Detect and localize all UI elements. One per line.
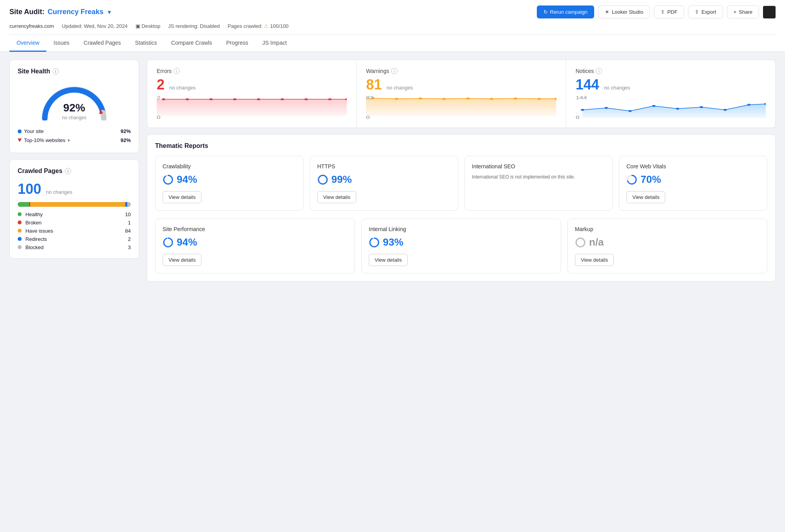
internal-linking-view-details-button[interactable]: View details — [369, 254, 408, 266]
crawlability-view-details-button[interactable]: View details — [163, 191, 201, 203]
header-title: Site Audit: Currency Freaks ▼ — [9, 8, 112, 16]
svg-point-16 — [371, 97, 375, 99]
notices-info-icon[interactable]: i — [596, 68, 602, 74]
tab-compare-crawls[interactable]: Compare Crawls — [164, 35, 219, 52]
share-button[interactable]: + Share — [727, 5, 759, 18]
rerun-campaign-button[interactable]: ↻ Rerun campaign — [537, 5, 594, 18]
errors-value: 2 — [157, 77, 165, 93]
svg-text:0: 0 — [576, 115, 580, 120]
crawled-sub: no changes — [46, 189, 72, 195]
gauge-container: 92% no changes — [18, 81, 131, 120]
svg-point-9 — [281, 98, 284, 100]
desktop-icon: ▣ — [135, 23, 140, 29]
tab-statistics[interactable]: Statistics — [128, 35, 164, 52]
svg-point-35 — [747, 104, 750, 106]
legend-broken: Broken 1 — [18, 220, 131, 226]
tab-progress[interactable]: Progress — [219, 35, 255, 52]
markup-na: n/a — [575, 236, 760, 248]
your-site-value: 92% — [121, 128, 131, 134]
crawlability-pct: 94% — [163, 173, 296, 186]
site-name-chevron-icon[interactable]: ▼ — [106, 9, 112, 15]
redirects-dot-icon — [18, 237, 22, 241]
crawl-warning-icon: ⚠ — [264, 23, 270, 29]
audit-label: Site Audit: — [9, 8, 44, 16]
cwv-ring-icon — [626, 174, 637, 185]
redirects-count: 2 — [128, 236, 131, 242]
crawlability-ring-icon — [163, 174, 174, 185]
rerun-label: Rerun campaign — [550, 9, 587, 15]
svg-point-23 — [538, 98, 541, 100]
left-column: Site Health i 92% — [9, 60, 139, 282]
warnings-mini-chart: 83 0 — [366, 96, 556, 120]
thematic-markup: Markup n/a View details — [567, 219, 767, 273]
errors-card: Errors i 2 no changes — [147, 60, 357, 128]
svg-marker-25 — [582, 104, 766, 118]
svg-point-32 — [676, 108, 679, 110]
header-top: Site Audit: Currency Freaks ▼ ↻ Rerun ca… — [9, 5, 776, 23]
svg-rect-1 — [157, 99, 347, 116]
warnings-card: Warnings i 81 no changes — [357, 60, 566, 128]
looker-studio-button[interactable]: ☀ Looker Studio — [598, 5, 650, 18]
export-label: Export — [701, 9, 716, 15]
svg-text:2: 2 — [157, 96, 161, 100]
gauge-sub: no changes — [62, 115, 86, 120]
intl-seo-desc: International SEO is not implemented on … — [472, 173, 606, 180]
blocked-dot-icon — [18, 245, 22, 249]
crawled-progress-bar — [18, 202, 131, 207]
https-pct: 99% — [317, 173, 451, 186]
internal-linking-pct: 93% — [369, 236, 554, 248]
tab-crawled-pages[interactable]: Crawled Pages — [77, 35, 128, 52]
site-perf-ring-icon — [163, 237, 174, 248]
looker-label: Looker Studio — [612, 9, 643, 15]
thematic-site-performance: Site Performance 94% View details — [155, 219, 355, 273]
crawled-pages-card: Crawled Pages i 100 no changes Healthy — [9, 159, 139, 259]
top10-chevron-icon[interactable]: ▼ — [67, 138, 71, 143]
js-rendering: JS rendering: Disabled — [168, 23, 220, 29]
gauge-wrapper: 92% no changes — [39, 81, 110, 120]
healthy-segment — [18, 202, 29, 207]
crawled-count-row: 100 no changes — [18, 181, 131, 197]
internal-linking-ring-icon — [369, 237, 380, 248]
svg-text:144: 144 — [576, 96, 587, 100]
site-perf-view-details-button[interactable]: View details — [163, 254, 201, 266]
export-button[interactable]: ⇧ Export — [688, 5, 723, 18]
svg-point-19 — [443, 98, 446, 100]
tab-js-impact[interactable]: JS Impact — [255, 35, 294, 52]
user-avatar[interactable] — [763, 6, 776, 18]
issues-count: 84 — [125, 228, 131, 234]
pdf-label: PDF — [667, 9, 677, 15]
domain: currencyfreaks.com — [9, 23, 54, 29]
pdf-button[interactable]: ⇧ PDF — [654, 5, 684, 18]
warnings-note: no changes — [386, 85, 413, 91]
site-name-link[interactable]: Currency Freaks — [48, 8, 103, 16]
tab-overview[interactable]: Overview — [9, 35, 46, 52]
cwv-view-details-button[interactable]: View details — [626, 191, 665, 203]
svg-text:0: 0 — [366, 115, 370, 120]
site-health-info-icon[interactable]: i — [53, 68, 59, 75]
svg-point-18 — [419, 98, 422, 100]
site-health-card: Site Health i 92% — [9, 60, 139, 153]
tab-issues[interactable]: Issues — [46, 35, 76, 52]
crawled-count: 100 — [18, 181, 41, 197]
svg-point-31 — [652, 105, 655, 107]
crawled-pages-info-icon[interactable]: i — [65, 168, 71, 174]
svg-point-28 — [581, 109, 584, 111]
errors-mini-chart: 2 0 — [157, 96, 347, 120]
https-view-details-button[interactable]: View details — [317, 191, 356, 203]
svg-point-38 — [164, 175, 172, 184]
warnings-info-icon[interactable]: i — [391, 68, 397, 74]
errors-info-icon[interactable]: i — [174, 68, 180, 74]
svg-point-44 — [164, 238, 172, 247]
svg-point-20 — [466, 98, 470, 100]
header-actions: ↻ Rerun campaign ☀ Looker Studio ⇧ PDF ⇧… — [537, 5, 776, 18]
healthy-dot-icon — [18, 212, 22, 216]
markup-view-details-button[interactable]: View details — [575, 254, 614, 266]
notices-card: Notices i 144 no changes — [566, 60, 775, 128]
legend-have-issues: Have issues 84 — [18, 228, 131, 234]
thematic-section: Thematic Reports Crawlability 94% View d… — [147, 134, 776, 282]
nav-tabs: Overview Issues Crawled Pages Statistics… — [9, 35, 776, 51]
issues-segment — [30, 202, 125, 207]
cwv-pct: 70% — [626, 173, 760, 186]
thematic-top-grid: Crawlability 94% View details HTTPS — [147, 149, 775, 219]
svg-point-4 — [162, 98, 165, 100]
